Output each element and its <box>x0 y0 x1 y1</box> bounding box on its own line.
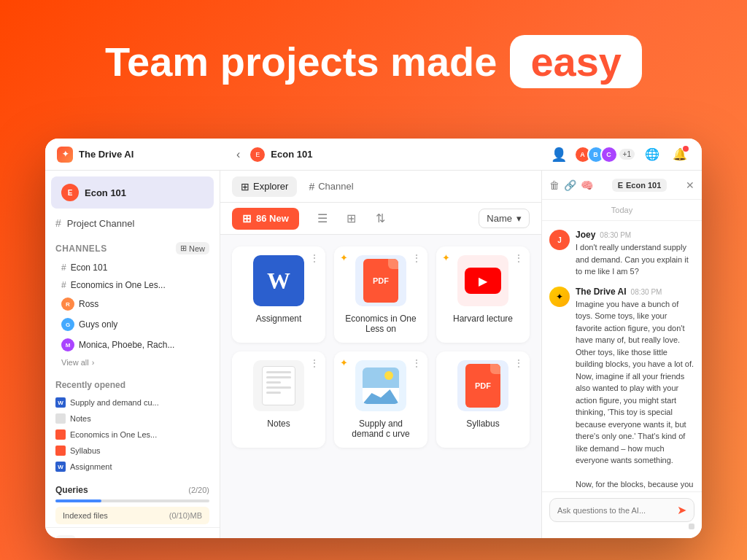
new-button[interactable]: ⊞ 86 New <box>232 208 299 230</box>
recent-item-economics[interactable]: Economics in One Les... <box>55 427 209 443</box>
hero-title: Team projects made easy <box>0 35 747 88</box>
new-channel-icon: ⊞ <box>180 244 187 253</box>
file-menu-button-6[interactable]: ⋮ <box>514 357 524 369</box>
chat-delete-button[interactable]: 🗑 <box>549 179 560 191</box>
back-button[interactable]: ‹ <box>232 147 244 163</box>
pdf-icon-container: PDF <box>355 255 406 306</box>
recent-item-supply[interactable]: W Supply and demand cu... <box>55 394 209 411</box>
chat-resize-handle[interactable] <box>689 524 694 529</box>
new-channel-label: New <box>189 244 205 253</box>
pdf-icon-2: PDF <box>457 360 508 411</box>
chat-message-ai: ✦ The Drive AI 08:30 PM Imagine you have… <box>549 287 694 492</box>
chat-link-button[interactable]: 🔗 <box>564 179 576 191</box>
channel-ross[interactable]: R Ross <box>55 294 209 314</box>
channel-guys[interactable]: G Guys only <box>55 314 209 335</box>
chat-input[interactable] <box>557 506 673 515</box>
explorer-icon: ⊞ <box>241 181 249 192</box>
queries-bar-fill <box>55 499 101 502</box>
new-channel-button[interactable]: ⊞ New <box>176 242 209 254</box>
chat-sender-joey: Joey <box>576 230 595 240</box>
view-all-link[interactable]: View all › <box>55 355 209 370</box>
chat-course-icon: E <box>618 181 623 190</box>
breadcrumb-icon: E <box>250 147 265 162</box>
list-icon: ☰ <box>317 211 328 225</box>
chat-send-button[interactable]: ➤ <box>677 503 686 517</box>
user-icon: 👤 <box>551 147 567 163</box>
chat-header-icons: 🗑 🔗 🧠 <box>549 179 593 191</box>
chat-close-button[interactable]: ✕ <box>686 179 694 191</box>
note-line-5 <box>266 392 281 394</box>
queries-count: (2/20) <box>188 486 209 494</box>
channel-monica[interactable]: M Monica, Phoebe, Rach... <box>55 335 209 355</box>
grid-view-button[interactable]: ⊞ <box>340 207 363 230</box>
channel-hash-icon: # <box>309 181 314 192</box>
youtube-icon: ▶ <box>457 255 508 306</box>
indexed-files-row: Indexed files (0/10)MB <box>55 507 209 524</box>
chat-date-divider: Today <box>542 200 702 221</box>
notification-dot <box>683 146 689 152</box>
file-card-syllabus[interactable]: ⋮ PDF Syllabus <box>436 351 530 448</box>
chat-input-area: ➤ <box>542 491 702 538</box>
yt-play-button: ▶ <box>465 268 501 294</box>
file-name-assignment: Assignment <box>256 314 302 324</box>
file-card-notes[interactable]: ⋮ Notes <box>232 351 325 448</box>
breadcrumb-text: Econ 101 <box>271 149 312 160</box>
channel-avatar-ross: R <box>61 298 74 311</box>
tab-explorer[interactable]: ⊞ Explorer <box>232 176 297 197</box>
star-icon-economics: ✦ <box>340 252 348 263</box>
channel-economics[interactable]: # Economics in One Les... <box>55 276 209 294</box>
course-name: Econ 101 <box>85 187 126 198</box>
file-card-harvard[interactable]: ✦ ⋮ ▶ Harvard lecture <box>436 246 530 343</box>
file-card-economics[interactable]: ✦ ⋮ PDF Economics in One Less on <box>334 246 427 343</box>
hero-easy-badge: easy <box>510 35 642 88</box>
pdf-text: PDF <box>373 276 389 285</box>
sidebar-course-item[interactable]: E Econ 101 <box>51 176 214 209</box>
toolbar: ⊞ 86 New ☰ ⊞ ⇅ Name ▾ <box>220 203 541 235</box>
file-name-notes: Notes <box>267 419 290 429</box>
sidebar: E Econ 101 # Project Channel Channels ⊞ … <box>45 171 220 538</box>
new-button-label: 86 New <box>256 213 289 224</box>
chat-message-body-ai: The Drive AI 08:30 PM Imagine you have a… <box>576 287 694 492</box>
file-menu-button-2[interactable]: ⋮ <box>411 252 422 264</box>
recent-item-syllabus[interactable]: Syllabus <box>55 443 209 459</box>
app-logo: ✦ <box>57 147 73 163</box>
file-card-assignment[interactable]: ⋮ W Assignment <box>232 246 325 343</box>
channel-avatar-monica: M <box>61 338 74 351</box>
pdf-icon-container-2: PDF <box>457 360 508 411</box>
indexed-files-label: Indexed files <box>63 511 108 520</box>
avatar-overflow: +1 <box>619 149 635 160</box>
recent-item-notes[interactable]: Notes <box>55 411 209 427</box>
file-name-economics: Economics in One Less on <box>343 314 419 334</box>
sort-direction-button[interactable]: ⇅ <box>369 207 392 230</box>
channel-econ101[interactable]: # Econ 101 <box>55 259 209 276</box>
tab-channel[interactable]: # Channel <box>300 176 362 197</box>
chat-brain-button[interactable]: 🧠 <box>581 179 593 191</box>
image-icon-container <box>355 360 406 411</box>
chat-panel: 🗑 🔗 🧠 E Econ 101 ✕ Today J <box>541 171 702 538</box>
file-menu-button[interactable]: ⋮ <box>309 252 320 264</box>
bell-button[interactable]: 🔔 <box>670 144 690 165</box>
star-icon-supply: ✦ <box>340 357 348 368</box>
chat-course-label: Econ 101 <box>626 181 661 190</box>
sidebar-feedback-row: □ Feedback J Joey FREE <box>45 527 220 538</box>
file-menu-button-3[interactable]: ⋮ <box>514 252 524 264</box>
chat-avatar-ai: ✦ <box>549 287 570 307</box>
file-card-supply[interactable]: ✦ ⋮ Supply and demand c urve <box>334 351 427 448</box>
title-bar-right: 👤 A B C +1 🌐 🔔 <box>551 144 690 165</box>
pdf-corner <box>388 259 398 269</box>
file-menu-button-5[interactable]: ⋮ <box>411 357 422 369</box>
image-mountain <box>363 386 399 404</box>
sort-dropdown[interactable]: Name ▾ <box>479 209 530 228</box>
image-icon <box>355 360 406 411</box>
image-sky <box>363 368 399 388</box>
pdf-inner: PDF <box>363 259 398 303</box>
feedback-row[interactable]: □ Feedback <box>55 535 209 538</box>
list-view-button[interactable]: ☰ <box>311 207 334 230</box>
recent-item-assignment[interactable]: W Assignment <box>55 459 209 475</box>
globe-button[interactable]: 🌐 <box>642 144 662 165</box>
recent-icon-assignment: W <box>55 462 66 472</box>
file-menu-button-4[interactable]: ⋮ <box>309 357 320 369</box>
hero-text-main: Team projects made <box>105 38 497 85</box>
title-bar-center: ‹ E Econ 101 <box>232 147 551 163</box>
project-channel-item[interactable]: # Project Channel <box>45 211 220 235</box>
